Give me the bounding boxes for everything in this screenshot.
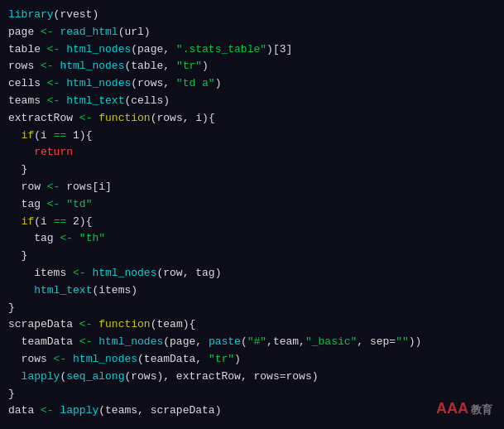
code-line-9: return xyxy=(8,144,496,161)
code-line-20: teamData <- html_nodes(page, paste("#",t… xyxy=(8,334,496,351)
code-line-18: } xyxy=(8,300,496,317)
code-line-17: html_text(items) xyxy=(8,282,496,300)
code-line-13: if(i == 2){ xyxy=(8,214,496,231)
code-line-1: library(rvest) xyxy=(8,7,496,24)
code-line-6: teams <- html_text(cells) xyxy=(8,93,496,110)
code-line-19: scrapeData <- function(team){ xyxy=(8,316,496,334)
code-line-10: } xyxy=(8,161,496,179)
code-line-12: tag <- "td" xyxy=(8,196,496,214)
code-line-16: items <- html_nodes(row, tag) xyxy=(8,265,496,282)
code-line-15: } xyxy=(8,248,496,265)
code-editor: library(rvest) page <- read_html(url) ta… xyxy=(0,0,504,429)
code-line-24: data <- lapply(teams, scrapeData) xyxy=(8,402,496,420)
watermark-main: AAA教育 xyxy=(436,400,492,417)
code-line-5: cells <- html_nodes(rows, "td a") xyxy=(8,75,496,93)
code-line-7: extractRow <- function(rows, i){ xyxy=(8,110,496,128)
code-line-23: } xyxy=(8,386,496,403)
code-line-21: rows <- html_nodes(teamData, "tr") xyxy=(8,351,496,369)
code-line-3: table <- html_nodes(page, ".stats_table"… xyxy=(8,41,496,59)
code-line-8: if(i == 1){ xyxy=(8,128,496,145)
watermark: AAA教育 xyxy=(436,400,492,417)
code-line-4: rows <- html_nodes(table, "tr") xyxy=(8,58,496,75)
code-line-11: row <- rows[i] xyxy=(8,179,496,196)
code-line-22: lapply(seq_along(rows), extractRow, rows… xyxy=(8,369,496,386)
code-line-14: tag <- "th" xyxy=(8,230,496,248)
code-line-2: page <- read_html(url) xyxy=(8,24,496,41)
